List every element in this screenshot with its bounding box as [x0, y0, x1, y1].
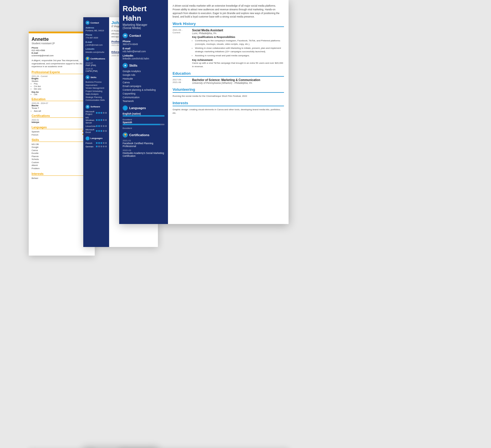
robert-certs-section: 🏆 Certifications: [123, 132, 165, 138]
robert-lang-section: 🌐 Languages: [123, 105, 165, 111]
annette-email: E-mail a.kennedy@email.com: [32, 52, 92, 57]
annette-professional-section: Professional Experie: [32, 71, 92, 74]
annette-intro: A diligent, responsible 3rd-year Tea int…: [32, 59, 92, 68]
robert-work-1: 2021-09 -Current Social Media Assistant …: [173, 29, 284, 68]
robert-skills-section: ★ Skills: [123, 63, 165, 68]
robert-last-name: Hahn: [123, 14, 165, 22]
robert-intro: A driven social media marketer with an e…: [173, 4, 284, 19]
annette-lang-section: Languages: [32, 126, 92, 129]
annette-name: Annette: [32, 37, 92, 42]
robert-contact-section: ✉ Contact: [123, 33, 165, 38]
robert-volunteering: Running the social media for the Cinemat…: [173, 94, 284, 98]
annette-certs-section: Certifications: [32, 114, 92, 118]
john-contact-header: Contact: [90, 22, 99, 24]
john-lang-header: Languages: [90, 137, 103, 140]
robert-vol-section: Volunteering: [173, 87, 284, 93]
robert-right-panel: A driven social media marketer with an e…: [168, 0, 289, 224]
cert-icon: 🏆: [123, 132, 128, 138]
cert-icon: 🏆: [86, 57, 90, 61]
john-software-ms-project: Microsoft Project MS Windows Server Linu…: [86, 110, 107, 134]
lang-icon: 🌐: [86, 136, 90, 140]
skills-icon: ★: [123, 63, 128, 68]
robert-edu-section: Education: [173, 71, 284, 77]
robert-interests-section: Interests: [173, 101, 284, 106]
robert-cert-2: 2022-03 Hootsuite Academy's Social Marke…: [123, 149, 165, 157]
contact-icon: ✉: [123, 33, 128, 38]
robert-work-section: Work History: [173, 22, 284, 27]
annette-lang-french: French: [32, 134, 92, 136]
annette-interests-section: Interests: [32, 172, 92, 176]
annette-work-entry: 2021-04 - Current Englis Studen Proj Cre…: [32, 75, 92, 96]
robert-lang-spanish: Spanish Excellent: [123, 121, 165, 130]
robert-interests: Graphic design: creating visual elements…: [173, 108, 284, 115]
robert-first-name: Robert: [123, 5, 165, 13]
annette-education-section: Education: [32, 98, 92, 101]
annette-lang-spanish: Spanish: [32, 130, 92, 133]
robert-edu-1: 2017-09 -2021-08 Bachelor of Science: Ma…: [173, 78, 284, 84]
annette-phone: Phone 612-463-4588: [32, 47, 92, 52]
annette-cert-entry: 2022-01 Interpe: [32, 119, 92, 123]
john-left-panel: ✉ Contact Address Portland, ME, 04019 Ph…: [83, 17, 109, 247]
john-skills-header: Skills: [90, 76, 96, 79]
annette-edu-entry: 2020-09 - 2024-07 Bache Texas T Awa adl: [32, 102, 92, 112]
john-cert-header: Certifications: [90, 57, 105, 60]
robert-cert-1: 2021-01 Facebook Certified Planning Prof…: [123, 139, 165, 148]
lang-icon: 🌐: [123, 105, 128, 111]
skills-icon: ★: [86, 75, 90, 79]
annette-title: Student Assistant (P: [32, 42, 92, 45]
robert-left-panel: Robert Hahn Marketing Manager(Social Med…: [119, 0, 168, 224]
john-lang-german: German: [86, 145, 107, 148]
annette-skills-section: Skills: [32, 138, 92, 142]
john-software-header: Software: [90, 105, 100, 108]
contact-icon: ✉: [86, 21, 90, 25]
robert-lang-english: English (native) Excellent: [123, 112, 165, 121]
john-lang-french: French: [86, 142, 107, 144]
robert-title: Marketing Manager(Social Media): [123, 23, 165, 30]
software-icon: ⊞: [86, 105, 90, 109]
robert-card: Robert Hahn Marketing Manager(Social Med…: [119, 0, 289, 224]
